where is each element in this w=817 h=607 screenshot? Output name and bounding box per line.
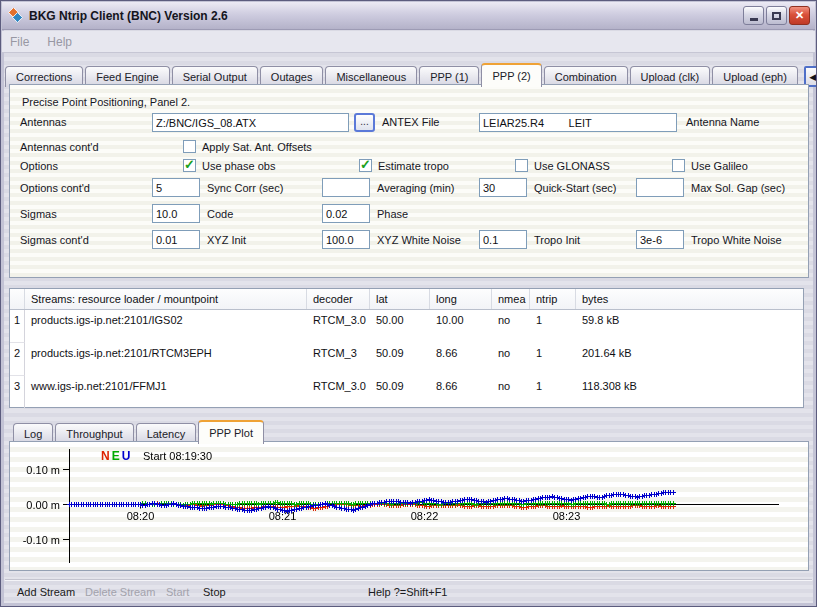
col-ntrip[interactable]: ntrip	[530, 289, 576, 309]
ppp-panel: Precise Point Positioning, Panel 2. Ante…	[9, 84, 809, 278]
antex-file-label: ANTEX File	[382, 113, 439, 132]
add-stream-button[interactable]: Add Stream	[17, 586, 75, 598]
antennas-contd-label: Antennas cont'd	[20, 138, 99, 157]
col-bytes[interactable]: bytes	[576, 289, 803, 309]
sigmas-label: Sigmas	[20, 205, 57, 224]
bottom-separator	[5, 579, 812, 581]
cell-mountpoint[interactable]: products.igs-ip.net:2101/RTCM3EPH	[25, 343, 307, 376]
cell-ntrip[interactable]: 1	[530, 376, 576, 409]
cell-lat[interactable]: 50.09	[370, 343, 430, 376]
menu-bar: File Help	[2, 31, 815, 53]
col-decoder[interactable]: decoder	[307, 289, 370, 309]
estimate-tropo-label: Estimate tropo	[378, 160, 449, 172]
cell-nmea[interactable]: no	[492, 376, 530, 409]
use-galileo-checkbox[interactable]	[672, 159, 685, 172]
cell-nmea[interactable]: no	[492, 343, 530, 376]
cell-long[interactable]: 10.00	[430, 310, 492, 343]
start-button[interactable]: Start	[166, 586, 189, 598]
antenna-name-input[interactable]	[479, 113, 677, 132]
cell-ntrip[interactable]: 1	[530, 310, 576, 343]
apply-sat-ant-offsets-checkbox[interactable]	[183, 140, 196, 153]
apply-sat-ant-offsets-field: Apply Sat. Ant. Offsets	[183, 137, 312, 155]
cell-mountpoint[interactable]: www.igs-ip.net:2101/FFMJ1	[25, 376, 307, 409]
close-icon: ✕	[795, 9, 804, 22]
use-galileo-field: Use Galileo	[672, 156, 748, 174]
maximize-icon	[772, 12, 781, 20]
xyz-white-noise-input[interactable]	[322, 230, 370, 249]
panel-heading: Precise Point Positioning, Panel 2.	[22, 93, 190, 112]
stop-button[interactable]: Stop	[203, 586, 226, 598]
xyz-init-label: XYZ Init	[207, 231, 246, 250]
sigma-phase-label: Phase	[377, 205, 408, 224]
tropo-init-input[interactable]	[479, 230, 527, 249]
tab-ppp-plot[interactable]: PPP Plot	[198, 420, 264, 444]
col-lat[interactable]: lat	[370, 289, 430, 309]
cell-long[interactable]: 8.66	[430, 376, 492, 409]
cell-lat[interactable]: 50.00	[370, 310, 430, 343]
quick-start-label: Quick-Start (sec)	[534, 179, 617, 198]
cell-mountpoint[interactable]: products.igs-ip.net:2101/IGS02	[25, 310, 307, 343]
col-mountpoint[interactable]: Streams: resource loader / mountpoint	[25, 289, 307, 309]
col-nmea[interactable]: nmea	[492, 289, 530, 309]
col-long[interactable]: long	[430, 289, 492, 309]
antex-file-input[interactable]	[152, 113, 349, 132]
use-phase-obs-checkbox[interactable]	[183, 159, 196, 172]
row-number[interactable]: 1	[10, 310, 25, 343]
cell-long[interactable]: 8.66	[430, 343, 492, 376]
max-sol-gap-label: Max Sol. Gap (sec)	[691, 179, 785, 198]
cell-bytes[interactable]: 201.64 kB	[576, 343, 803, 376]
arrow-left-icon: ◀	[809, 72, 816, 82]
quick-start-input[interactable]	[479, 178, 527, 197]
cell-ntrip[interactable]: 1	[530, 343, 576, 376]
max-sol-gap-input[interactable]	[636, 178, 684, 197]
averaging-input[interactable]	[322, 178, 370, 197]
app-icon	[7, 8, 23, 24]
browse-button[interactable]: ...	[354, 113, 375, 132]
sync-corr-input[interactable]	[152, 178, 200, 197]
ppp-plot-canvas	[11, 443, 807, 569]
cell-bytes[interactable]: 118.308 kB	[576, 376, 803, 409]
cell-decoder[interactable]: RTCM_3.0	[307, 376, 370, 409]
tab-ppp-2[interactable]: PPP (2)	[481, 63, 541, 87]
antenna-name-label: Antenna Name	[686, 113, 759, 132]
use-glonass-label: Use GLONASS	[534, 160, 610, 172]
estimate-tropo-field: Estimate tropo	[359, 156, 449, 174]
sync-corr-label: Sync Corr (sec)	[207, 179, 283, 198]
help-shortcut-label: Help ?=Shift+F1	[368, 586, 448, 598]
minimize-button[interactable]	[743, 6, 764, 25]
xyz-init-input[interactable]	[152, 230, 200, 249]
cell-bytes[interactable]: 59.8 kB	[576, 310, 803, 343]
maximize-button[interactable]	[766, 6, 787, 25]
options-contd-label: Options cont'd	[20, 179, 90, 198]
table-row[interactable]: 1 products.igs-ip.net:2101/IGS02 RTCM_3.…	[10, 310, 803, 343]
tropo-white-noise-input[interactable]	[636, 230, 684, 249]
ppp-plot-panel	[9, 441, 809, 571]
use-phase-obs-field: Use phase obs	[183, 156, 275, 174]
row-number[interactable]: 2	[10, 343, 25, 376]
table-row[interactable]: 2 products.igs-ip.net:2101/RTCM3EPH RTCM…	[10, 343, 803, 376]
cell-decoder[interactable]: RTCM_3.0	[307, 310, 370, 343]
use-phase-obs-label: Use phase obs	[202, 160, 275, 172]
cell-nmea[interactable]: no	[492, 310, 530, 343]
streams-table: Streams: resource loader / mountpoint de…	[9, 288, 804, 408]
delete-stream-button[interactable]: Delete Stream	[85, 586, 155, 598]
sigma-phase-input[interactable]	[322, 204, 370, 223]
app-window: BKG Ntrip Client (BNC) Version 2.6 ✕ Fil…	[0, 0, 817, 607]
use-galileo-label: Use Galileo	[691, 160, 748, 172]
apply-sat-ant-offsets-label: Apply Sat. Ant. Offsets	[202, 141, 312, 153]
cell-decoder[interactable]: RTCM_3	[307, 343, 370, 376]
cell-lat[interactable]: 50.09	[370, 376, 430, 409]
menu-help[interactable]: Help	[47, 35, 72, 49]
close-button[interactable]: ✕	[789, 6, 810, 25]
xyz-white-noise-label: XYZ White Noise	[377, 231, 461, 250]
sigma-code-input[interactable]	[152, 204, 200, 223]
row-number[interactable]: 3	[10, 376, 25, 409]
use-glonass-checkbox[interactable]	[515, 159, 528, 172]
table-row[interactable]: 3 www.igs-ip.net:2101/FFMJ1 RTCM_3.0 50.…	[10, 376, 803, 409]
menu-file[interactable]: File	[10, 35, 29, 49]
table-header-row: Streams: resource loader / mountpoint de…	[10, 289, 803, 310]
window-title: BKG Ntrip Client (BNC) Version 2.6	[29, 9, 741, 23]
tropo-init-label: Tropo Init	[534, 231, 580, 250]
col-rownum	[10, 289, 25, 309]
estimate-tropo-checkbox[interactable]	[359, 159, 372, 172]
